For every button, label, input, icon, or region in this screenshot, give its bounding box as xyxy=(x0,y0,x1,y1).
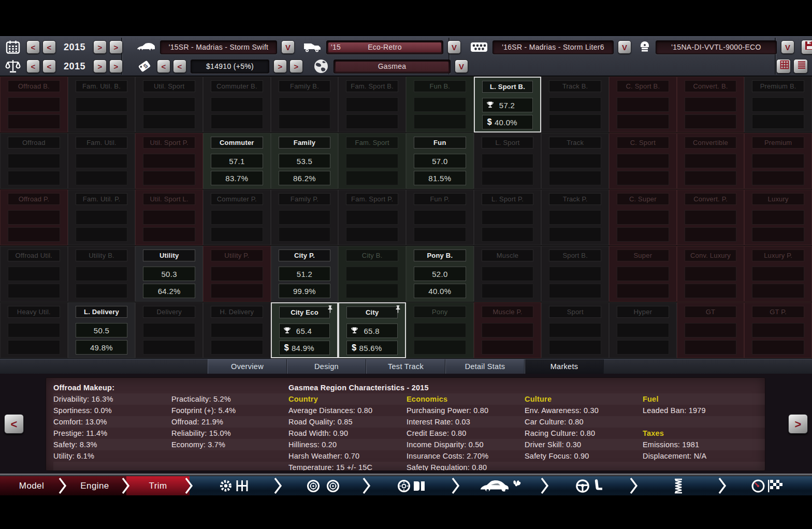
segment-cell-fam-sport-b[interactable]: Fam. Sport B. xyxy=(338,77,406,133)
region-dropdown-button[interactable]: V xyxy=(455,60,468,73)
year-forward-button[interactable]: > xyxy=(93,40,107,54)
price-up-fast-button[interactable]: > xyxy=(289,60,303,73)
segment-cell-fun-b[interactable]: Fun B. xyxy=(406,77,474,133)
segment-cell-fam-sport[interactable]: Fam. Sport xyxy=(338,133,406,189)
compare-year-back-fast-button[interactable]: < xyxy=(26,60,40,73)
segment-cell-c-sport-b[interactable]: C. Sport B. xyxy=(609,77,677,133)
segment-cell-util-sport-l[interactable]: Util. Sport L. xyxy=(135,189,203,245)
segment-cell-conv-luxury[interactable]: Conv. Luxury xyxy=(677,246,745,302)
segment-cell-pony-b[interactable]: Pony B.52.040.0% xyxy=(406,246,474,302)
segment-cell-sport-b[interactable]: Sport B. xyxy=(541,246,609,302)
segment-cell-convert-b[interactable]: Convert. B. xyxy=(677,77,745,133)
compare-year-forward-button[interactable]: > xyxy=(93,60,107,73)
nav-test-track[interactable] xyxy=(723,476,812,495)
tab-test-track[interactable]: Test Track xyxy=(366,359,445,374)
segment-cell-track-b[interactable]: Track B. xyxy=(541,77,609,133)
grid-view-button[interactable] xyxy=(776,59,791,74)
trim-dropdown-button[interactable]: V xyxy=(447,40,461,54)
tab-detail-stats[interactable]: Detail Stats xyxy=(445,359,525,374)
year-forward-fast-button[interactable]: > xyxy=(109,40,123,54)
nav-trim[interactable]: Trim xyxy=(126,476,190,495)
segment-cell-track[interactable]: Track xyxy=(541,133,609,189)
engine-dropdown-button[interactable]: V xyxy=(618,40,631,54)
list-view-button[interactable] xyxy=(793,59,808,74)
panel-next-button[interactable]: > xyxy=(788,414,808,434)
nav-transmission[interactable] xyxy=(190,476,279,495)
segment-cell-gt[interactable]: GT xyxy=(677,302,745,358)
segment-cell-util-sport-p[interactable]: Util. Sport P. xyxy=(135,133,203,189)
region-dropdown[interactable]: Gasmea xyxy=(334,60,451,74)
compare-year-back-button[interactable]: < xyxy=(42,60,56,73)
engine-variant-dropdown[interactable]: '15NA-DI-VVTL-9000-ECO xyxy=(656,40,777,54)
segment-cell-family-b[interactable]: Family B. xyxy=(271,77,339,133)
segment-cell-util-sport[interactable]: Util. Sport xyxy=(135,77,203,133)
segment-cell-utility-b[interactable]: Utility B. xyxy=(68,246,136,302)
segment-cell-convert-p[interactable]: Convert. P. xyxy=(677,189,745,245)
segment-cell-super[interactable]: Super xyxy=(609,246,677,302)
segment-cell-fam-sport-p[interactable]: Fam. Sport P. xyxy=(338,189,406,245)
segment-cell-fun-p[interactable]: Fun P. xyxy=(406,189,474,245)
segment-cell-premium-b[interactable]: Premium B. xyxy=(744,77,812,133)
segment-cell-l-sport-b[interactable]: L. Sport B.57.2$40.0% xyxy=(474,77,542,133)
segment-cell-commuter-b[interactable]: Commuter B. xyxy=(203,77,271,133)
variant-dropdown-button[interactable]: V xyxy=(781,40,794,54)
segment-cell-l-delivery[interactable]: L. Delivery50.549.8% xyxy=(68,302,136,358)
nav-model[interactable]: Model xyxy=(0,476,63,495)
price-up-button[interactable]: > xyxy=(273,60,287,73)
segment-cell-gt-p[interactable]: GT P. xyxy=(744,302,812,358)
segment-cell-c-sport[interactable]: C. Sport xyxy=(609,133,677,189)
segment-cell-commuter[interactable]: Commuter57.183.7% xyxy=(203,133,271,189)
segment-cell-fam-util[interactable]: Fam. Util. xyxy=(68,133,136,189)
tab-markets[interactable]: Markets xyxy=(525,359,604,374)
segment-cell-city[interactable]: City65.8$85.6% xyxy=(338,302,406,358)
segment-cell-muscle-p[interactable]: Muscle P. xyxy=(474,302,542,358)
segment-cell-l-sport[interactable]: L. Sport xyxy=(474,133,542,189)
segment-cell-hyper[interactable]: Hyper xyxy=(609,302,677,358)
segment-cell-fun[interactable]: Fun57.081.5% xyxy=(406,133,474,189)
segment-cell-offroad-util[interactable]: Offroad Util. xyxy=(0,246,68,302)
segment-cell-muscle[interactable]: Muscle xyxy=(474,246,542,302)
segment-cell-city-p[interactable]: City P.51.299.9% xyxy=(271,246,339,302)
price-field[interactable]: $14910 (+5%) xyxy=(191,60,269,74)
segment-cell-luxury-p[interactable]: Luxury P. xyxy=(744,246,812,302)
tab-design[interactable]: Design xyxy=(287,359,366,374)
tab-overview[interactable]: Overview xyxy=(208,359,287,374)
save-button[interactable] xyxy=(801,40,812,54)
segment-cell-city-eco[interactable]: City Eco65.4$84.9% xyxy=(271,302,339,358)
segment-cell-luxury[interactable]: Luxury xyxy=(744,189,812,245)
nav-body-cooling[interactable] xyxy=(456,476,545,495)
segment-cell-utility-p[interactable]: Utility P. xyxy=(203,246,271,302)
segment-cell-commuter-p[interactable]: Commuter P. xyxy=(203,189,271,245)
segment-cell-c-super[interactable]: C. Super xyxy=(609,189,677,245)
segment-cell-offroad-b[interactable]: Offroad B. xyxy=(0,77,68,133)
segment-cell-family[interactable]: Family53.586.2% xyxy=(271,133,339,189)
panel-prev-button[interactable]: < xyxy=(4,414,24,434)
nav-wheels[interactable] xyxy=(279,476,368,495)
nav-brakes[interactable] xyxy=(367,476,456,495)
segment-cell-utility[interactable]: Utility50.364.2% xyxy=(135,246,203,302)
segment-cell-h-delivery[interactable]: H. Delivery xyxy=(203,302,271,358)
segment-cell-family-p[interactable]: Family P. xyxy=(271,189,339,245)
segment-cell-convertible[interactable]: Convertible xyxy=(677,133,745,189)
compare-year-forward-fast-button[interactable]: > xyxy=(109,60,123,73)
segment-cell-sport[interactable]: Sport xyxy=(541,302,609,358)
model-dropdown[interactable]: '15SR - Madrias - Storm Swift xyxy=(160,40,277,54)
segment-cell-fam-util-b[interactable]: Fam. Util. B. xyxy=(68,77,136,133)
segment-cell-premium[interactable]: Premium xyxy=(744,133,812,189)
segment-cell-track-p[interactable]: Track P. xyxy=(541,189,609,245)
nav-interior[interactable] xyxy=(545,476,634,495)
segment-cell-l-sport-p[interactable]: L. Sport P. xyxy=(474,189,542,245)
trim-dropdown[interactable]: '15 Eco-Retro xyxy=(326,40,443,54)
segment-cell-city-b[interactable]: City B. xyxy=(338,246,406,302)
price-down-button[interactable]: < xyxy=(173,60,186,73)
segment-cell-delivery[interactable]: Delivery xyxy=(135,302,203,358)
model-dropdown-button[interactable]: V xyxy=(281,40,295,54)
segment-cell-offroad-p[interactable]: Offroad P. xyxy=(0,189,68,245)
nav-engine[interactable]: Engine xyxy=(63,476,126,495)
year-back-button[interactable]: < xyxy=(42,40,56,54)
year-back-fast-button[interactable]: < xyxy=(26,40,40,54)
segment-cell-heavy-util[interactable]: Heavy Util. xyxy=(0,302,68,358)
segment-cell-fam-util-p[interactable]: Fam. Util. P. xyxy=(68,189,136,245)
nav-suspension[interactable] xyxy=(634,476,723,495)
segment-cell-offroad[interactable]: Offroad xyxy=(0,133,68,189)
